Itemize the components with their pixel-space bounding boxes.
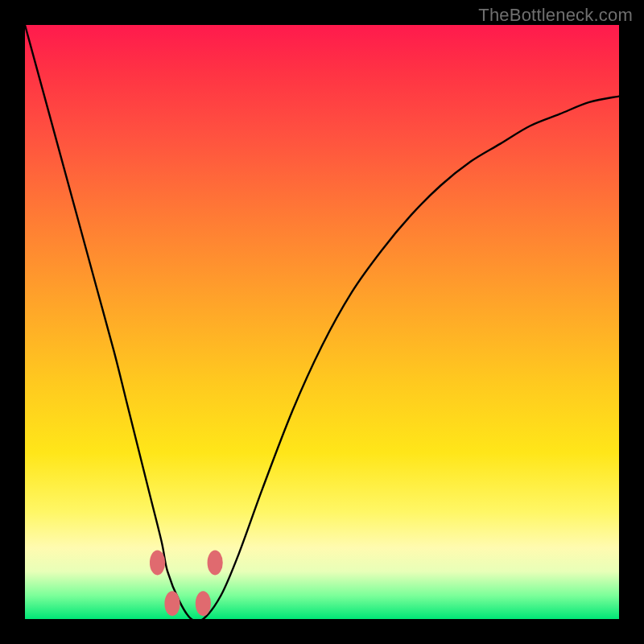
attribution-text: TheBottleneck.com	[478, 5, 633, 26]
curve-marker	[164, 591, 180, 616]
curve-marker	[208, 550, 223, 575]
curve-marker	[196, 591, 211, 616]
chart-svg	[25, 25, 619, 619]
bottleneck-curve	[25, 25, 619, 621]
chart-plot-area	[25, 25, 619, 619]
curve-marker	[150, 550, 165, 575]
curve-markers	[150, 550, 223, 616]
